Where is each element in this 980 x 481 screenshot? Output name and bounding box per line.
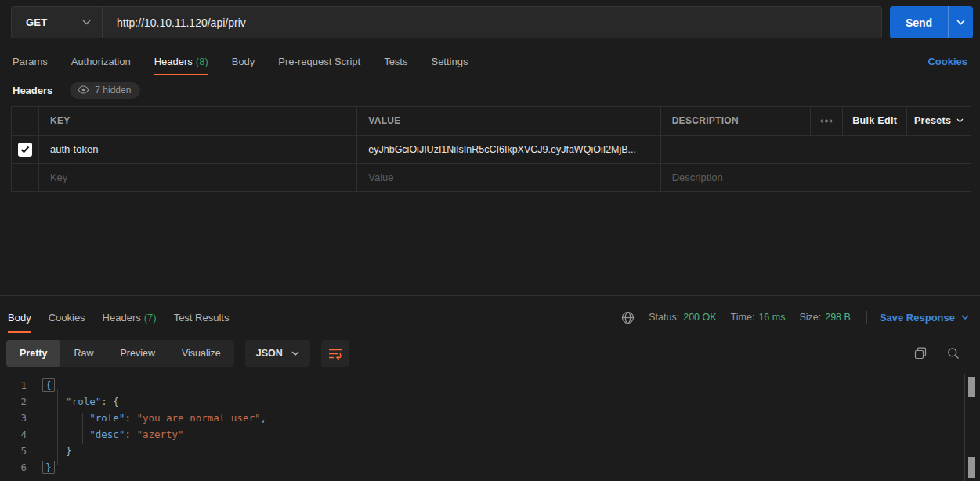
copy-icon[interactable] (914, 347, 927, 360)
tab-authorization[interactable]: Authorization (71, 47, 131, 75)
chevron-down-icon (956, 118, 964, 123)
json-string-value: "azerty" (136, 429, 183, 440)
globe-icon[interactable] (621, 311, 635, 324)
send-button[interactable]: Send (890, 6, 948, 38)
line-number: 2 (0, 393, 38, 410)
jwt-token-value: eyJhbGciOiJIUzI1NiIsInR5cCI6IkpXVCJ9.eyJ… (368, 144, 636, 155)
response-meta-bar: Status: 200 OK Time: 16 ms Size: 298 B S… (621, 302, 969, 333)
url-value: http://10.10.11.120/api/priv (117, 16, 246, 29)
line-number: 3 (0, 410, 38, 426)
send-button-group: Send (890, 6, 973, 38)
hidden-headers-toggle[interactable]: 7 hidden (70, 82, 140, 99)
url-bar: GET http://10.10.11.120/api/priv Send (11, 6, 973, 38)
meta-divider (866, 311, 867, 324)
response-tools (914, 347, 969, 360)
tab-prerequest-script[interactable]: Pre-request Script (278, 47, 360, 75)
code-line: 6 } (0, 459, 964, 476)
code-line: 3 "role": "you are normal user", (0, 410, 964, 426)
fold-toggle[interactable]: { (42, 378, 55, 392)
bulk-edit-button[interactable]: Bulk Edit (842, 107, 906, 135)
url-input[interactable]: http://10.10.11.120/api/priv (102, 6, 882, 38)
chevron-down-icon (956, 20, 965, 25)
hidden-headers-label: 7 hidden (95, 85, 131, 96)
response-tab-headers[interactable]: Headers (7) (103, 302, 157, 333)
code-line: 1 { (0, 377, 964, 393)
line-number: 1 (0, 377, 38, 393)
line-number: 4 (0, 426, 38, 443)
indent-guide (57, 389, 58, 465)
header-row-auth-token: auth-token eyJhbGciOiJIUzI1NiIsInR5cCI6I… (12, 136, 971, 164)
fold-toggle[interactable]: } (42, 461, 55, 474)
headers-count-badge: (8) (196, 56, 208, 67)
code-line: 4 "desc": "azerty" (0, 426, 964, 443)
send-label: Send (906, 16, 932, 29)
new-key-input[interactable]: Key (38, 164, 356, 191)
response-headers-count-badge: (7) (144, 312, 157, 324)
wrap-lines-icon (328, 348, 342, 360)
tab-settings[interactable]: Settings (431, 47, 468, 75)
size-badge: Size: 298 B (799, 312, 850, 323)
view-visualize[interactable]: Visualize (168, 340, 234, 367)
line-number: 6 (0, 459, 38, 476)
headers-table: KEY VALUE DESCRIPTION Bulk Edit Presets … (11, 106, 971, 192)
method-select[interactable]: GET (11, 6, 102, 38)
response-body-editor[interactable]: 1 { 2 "role": { 3 "role": "you are norma… (0, 377, 964, 481)
new-value-input[interactable]: Value (356, 164, 660, 191)
send-options-button[interactable] (948, 6, 973, 38)
headers-section-title: Headers (13, 85, 52, 96)
response-tab-bar: Body Cookies Headers (7) Test Results (8, 302, 229, 333)
view-pretty[interactable]: Pretty (6, 340, 60, 367)
column-key: KEY (38, 107, 356, 135)
new-header-row: Key Value Description (12, 164, 971, 192)
column-description: DESCRIPTION (660, 107, 811, 135)
chevron-down-icon (291, 351, 299, 356)
response-tab-cookies[interactable]: Cookies (49, 302, 85, 333)
cookies-link[interactable]: Cookies (928, 56, 967, 67)
tab-body[interactable]: Body (232, 47, 255, 75)
method-value: GET (26, 16, 47, 28)
save-response-button[interactable]: Save Response (880, 312, 969, 324)
wrap-lines-button[interactable] (321, 340, 349, 367)
headers-subbar: Headers 7 hidden (13, 81, 140, 99)
tab-params[interactable]: Params (13, 47, 48, 75)
headers-table-header: KEY VALUE DESCRIPTION Bulk Edit Presets (12, 107, 971, 136)
time-badge: Time: 16 ms (731, 312, 786, 323)
pane-divider[interactable] (0, 295, 980, 296)
status-badge: Status: 200 OK (649, 312, 716, 323)
new-description-input[interactable]: Description (660, 164, 971, 191)
tab-tests[interactable]: Tests (384, 47, 407, 75)
tab-headers[interactable]: Headers (8) (154, 47, 208, 75)
row-checkbox-cell (12, 136, 38, 163)
header-key-field[interactable]: auth-token (38, 136, 356, 163)
header-description-field[interactable] (660, 136, 971, 163)
select-all-cell (12, 107, 38, 135)
view-raw[interactable]: Raw (60, 340, 107, 367)
code-line: 2 "role": { (0, 393, 964, 410)
response-tab-body[interactable]: Body (8, 302, 31, 333)
eye-icon (78, 85, 89, 94)
presets-dropdown[interactable]: Presets (906, 107, 971, 135)
line-number: 5 (0, 443, 38, 459)
row-checkbox-cell (12, 164, 38, 191)
scrollbar-thumb[interactable] (968, 457, 975, 478)
json-key: "desc" (89, 429, 125, 440)
response-tab-test-results[interactable]: Test Results (174, 302, 230, 333)
json-key: "role" (89, 412, 125, 424)
column-value: VALUE (356, 107, 660, 135)
indent-guide (82, 413, 83, 444)
more-options-icon[interactable] (810, 107, 842, 135)
search-icon[interactable] (947, 347, 960, 360)
header-value-field[interactable]: eyJhbGciOiJIUzI1NiIsInR5cCI6IkpXVCJ9.eyJ… (356, 136, 660, 163)
chevron-down-icon (82, 20, 91, 25)
json-key: "role" (66, 396, 101, 407)
chevron-down-icon (961, 315, 969, 320)
format-dropdown[interactable]: JSON (245, 340, 310, 367)
row-checkbox[interactable] (18, 143, 32, 157)
view-mode-segmented-control: Pretty Raw Preview Visualize (6, 340, 234, 367)
view-preview[interactable]: Preview (107, 340, 168, 367)
request-tab-bar: Params Authorization Headers (8) Body Pr… (13, 47, 967, 75)
scrollbar-track (964, 374, 965, 481)
code-line: 5 } (0, 443, 964, 459)
scrollbar-thumb[interactable] (968, 377, 975, 397)
response-view-toolbar: Pretty Raw Preview Visualize JSON (6, 338, 969, 368)
